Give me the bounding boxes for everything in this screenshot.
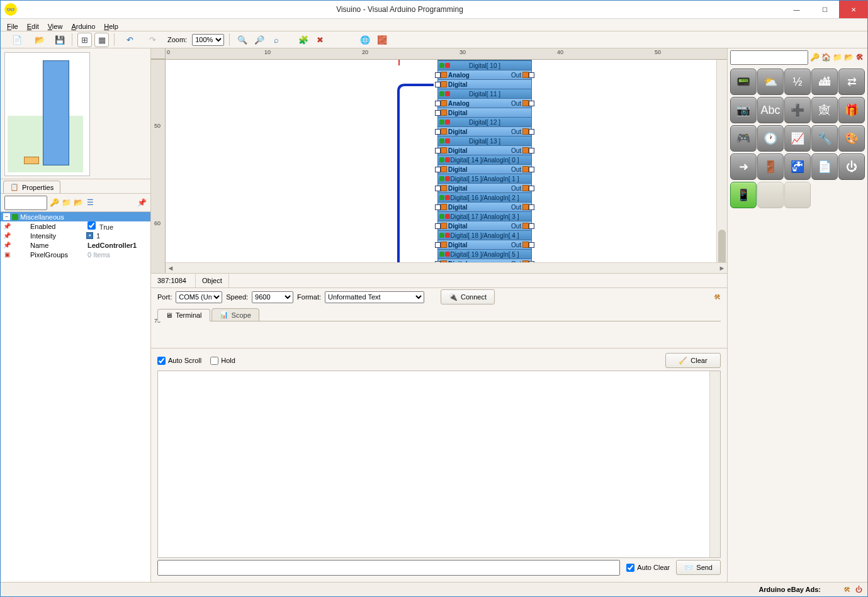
canvas-hscroll[interactable]: ◄► [166, 262, 727, 273]
palette-gift[interactable]: 🎁 [838, 97, 865, 123]
palette-home-icon[interactable]: 🏠 [821, 52, 831, 62]
status-mode: Object [196, 274, 229, 287]
autoscroll-checkbox[interactable]: Auto Scroll [157, 357, 201, 365]
palette-fold1-icon[interactable]: 📁 [832, 52, 842, 62]
pin-row[interactable]: AnalogOut [438, 98, 531, 108]
properties-group-header[interactable]: − Miscellaneous [1, 212, 150, 221]
zoom-fit-button[interactable]: ⌕ [269, 33, 283, 47]
minimize-button[interactable]: — [782, 1, 811, 18]
zoom-select[interactable]: 100% [192, 34, 224, 46]
palette-remote[interactable]: 📱 [730, 182, 757, 208]
properties-search-input[interactable] [4, 196, 47, 210]
menu-help[interactable]: Help [104, 22, 118, 31]
property-row[interactable]: 📌Intensity▪1 [1, 231, 150, 240]
palette-fold2-icon[interactable]: 📂 [843, 52, 854, 62]
pin-row[interactable]: DigitalOut [438, 240, 531, 249]
menu-edit[interactable]: Edit [27, 22, 39, 31]
menu-view[interactable]: View [48, 22, 63, 31]
pin-row[interactable]: Digital [438, 79, 531, 89]
compile-button[interactable]: 🧱 [375, 33, 389, 47]
autoclear-checkbox[interactable]: Auto Clear [626, 564, 670, 572]
send-button[interactable]: 📨Send [676, 560, 721, 575]
canvas-vscroll[interactable] [716, 60, 727, 263]
board-button[interactable]: 🧩 [296, 33, 310, 47]
palette-arrows[interactable]: ⇄ [838, 69, 865, 95]
design-canvas[interactable]: Digital[ 10 ]AnalogOutDigitalDigital[ 11… [166, 60, 727, 273]
open-button[interactable]: 📂 [30, 33, 50, 47]
arduino-component[interactable]: Digital[ 10 ]AnalogOutDigitalDigital[ 11… [437, 60, 532, 273]
folder2-icon[interactable]: 📂 [73, 198, 83, 208]
pin-row[interactable]: DigitalOut [438, 183, 531, 192]
save-button[interactable]: 💾 [52, 33, 67, 47]
palette-clock[interactable]: 🕐 [757, 125, 784, 152]
terminal-vscroll[interactable] [709, 371, 720, 557]
palette-doc[interactable]: 📄 [811, 153, 838, 180]
zoom-in-button[interactable]: 🔍 [235, 33, 249, 47]
list-icon[interactable]: ☰ [85, 198, 95, 208]
palette-filter-icon[interactable]: 🔑 [809, 52, 820, 62]
filter-icon[interactable]: 🔑 [49, 198, 59, 208]
tab-terminal[interactable]: 🖥Terminal [157, 309, 210, 321]
pin-header: Digital[ 15 ]/AnalogIn[ 1 ] [438, 174, 531, 183]
hold-checkbox[interactable]: Hold [210, 357, 235, 365]
palette-cam[interactable]: 📷 [730, 97, 757, 123]
send-input[interactable] [157, 560, 620, 576]
overview-minimap[interactable] [4, 52, 90, 176]
property-row[interactable]: 📌NameLedController1 [1, 240, 150, 250]
palette-plus[interactable]: ➕ [784, 97, 811, 123]
close-button[interactable]: ✕ [839, 1, 867, 18]
palette-conv[interactable]: 🔧 [811, 125, 838, 152]
property-row[interactable]: 📌Enabled True [1, 221, 150, 231]
status-bar: 387:1084 Object [151, 273, 727, 287]
palette-settings-icon[interactable]: 🛠 [855, 52, 865, 62]
palette-search-input[interactable] [730, 50, 808, 65]
palette-abc[interactable]: Abc [757, 97, 784, 123]
palette-flow[interactable]: ➜ [730, 153, 757, 180]
palette-weather[interactable]: ⛅ [757, 69, 784, 95]
serial-settings-icon[interactable]: 🛠 [714, 293, 721, 301]
tab-scope[interactable]: 📊Scope [211, 308, 259, 321]
pin-row[interactable]: Digital [438, 108, 531, 117]
clear-button[interactable]: 🧹Clear [665, 353, 721, 368]
palette-door[interactable]: 🚪 [757, 153, 784, 180]
grid-button[interactable]: ▦ [94, 33, 109, 47]
palette-net[interactable]: 🕸 [811, 97, 838, 123]
app-title: Visuino - Visual Arduino Programming [17, 5, 782, 14]
pin-row[interactable]: DigitalOut [438, 221, 531, 230]
palette-city[interactable]: 🏙 [811, 69, 838, 95]
port-select[interactable]: COM5 (Unavailable) [176, 291, 222, 303]
undo-button[interactable]: ↶ [120, 33, 140, 47]
pin-row[interactable]: DigitalOut [438, 126, 531, 136]
menu-arduino[interactable]: Arduino [71, 22, 95, 31]
speed-select[interactable]: 9600 [252, 291, 293, 303]
footer-settings-icon[interactable]: 🛠 [843, 586, 850, 593]
palette-num[interactable]: ½ [784, 69, 811, 95]
pin-row[interactable]: DigitalOut [438, 164, 531, 174]
palette-gamepad[interactable]: 🎮 [730, 125, 757, 152]
pin-icon[interactable]: 📌 [137, 198, 147, 208]
zoom-out-button[interactable]: 🔎 [252, 33, 266, 47]
footer-power-icon[interactable]: ⏻ [855, 586, 862, 593]
palette-chart[interactable]: 📈 [784, 125, 811, 152]
palette-calc[interactable]: 📟 [730, 69, 757, 95]
tab-properties[interactable]: 📋Properties [3, 181, 60, 193]
connect-button[interactable]: 🔌Connect [441, 289, 495, 304]
upload-button[interactable]: 🌐 [358, 33, 372, 47]
new-button[interactable]: 📄 [7, 33, 27, 47]
terminal-output[interactable] [157, 371, 721, 558]
snap-button[interactable]: ⊞ [77, 33, 92, 47]
pin-row[interactable]: AnalogOut [438, 70, 531, 79]
menu-file[interactable]: File [7, 22, 18, 31]
speed-label: Speed: [226, 293, 248, 301]
pin-row[interactable]: DigitalOut [438, 145, 531, 155]
folder-icon[interactable]: 📁 [61, 198, 71, 208]
palette-color[interactable]: 🎨 [838, 125, 865, 152]
maximize-button[interactable]: ☐ [811, 1, 839, 18]
property-row[interactable]: ▣PixelGroups0 Items [1, 250, 150, 259]
palette-power[interactable]: ⏻ [838, 153, 865, 180]
pin-row[interactable]: DigitalOut [438, 202, 531, 211]
redo-button[interactable]: ↷ [142, 33, 162, 47]
palette-tap[interactable]: 🚰 [784, 153, 811, 180]
delete-button[interactable]: ✖ [313, 33, 327, 47]
format-select[interactable]: Unformatted Text [325, 291, 424, 303]
